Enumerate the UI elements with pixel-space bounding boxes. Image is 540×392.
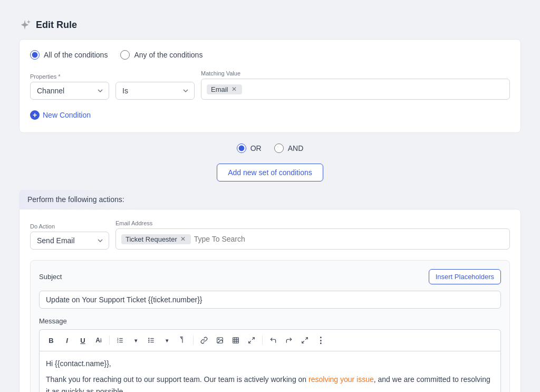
svg-line-19 <box>252 338 254 340</box>
unordered-list-group: ▾ <box>144 333 174 348</box>
svg-line-21 <box>305 338 307 340</box>
page-header: Edit Rule <box>19 19 521 31</box>
plus-icon: + <box>30 110 40 120</box>
operator-label <box>115 73 195 80</box>
ordered-list-group: 123 ▾ <box>113 333 143 348</box>
editor-area[interactable]: Hi {{contact.name}}, Thank you for reach… <box>39 351 501 392</box>
email-address-group: Email Address Ticket Requester ✕ <box>115 220 510 250</box>
new-condition-button[interactable]: + New Condition <box>30 108 91 122</box>
operator-select[interactable]: Is <box>115 82 195 100</box>
svg-text:3: 3 <box>117 341 119 343</box>
unordered-list-button[interactable] <box>144 333 159 348</box>
add-conditions-button[interactable]: Add new set of conditions <box>217 164 323 181</box>
operator-section: OR AND Add new set of conditions <box>19 144 521 181</box>
actions-section: Perform the following actions: Do Action… <box>19 190 521 392</box>
compose-header: Subject Insert Placeholders <box>39 269 501 284</box>
email-tag: Email ✕ <box>207 84 242 94</box>
matching-value-group: Matching Value Email ✕ <box>201 70 510 100</box>
paragraph-button[interactable] <box>175 333 190 348</box>
fullscreen-button[interactable] <box>297 333 312 348</box>
ul-dropdown-button[interactable]: ▾ <box>159 333 174 348</box>
subject-label: Subject <box>39 273 62 281</box>
svg-point-13 <box>218 339 219 340</box>
actions-header: Perform the following actions: <box>19 190 133 209</box>
svg-point-9 <box>148 338 149 339</box>
operator-group: Is <box>115 73 195 100</box>
italic-button[interactable]: I <box>60 333 74 348</box>
subject-input[interactable] <box>39 291 501 309</box>
underline-button[interactable]: U <box>75 333 90 348</box>
or-radio[interactable] <box>237 144 246 153</box>
expand-button[interactable] <box>244 333 259 348</box>
any-conditions-radio[interactable] <box>120 50 130 60</box>
properties-select[interactable]: Channel <box>30 82 109 100</box>
matching-value-label: Matching Value <box>201 70 510 77</box>
email-tag-close[interactable]: ✕ <box>230 85 238 93</box>
redo-button[interactable] <box>282 333 296 348</box>
undo-button[interactable] <box>266 333 281 348</box>
svg-point-10 <box>148 340 149 341</box>
email-address-input[interactable]: Ticket Requester ✕ <box>115 228 510 250</box>
and-label[interactable]: AND <box>274 144 304 153</box>
svg-rect-14 <box>233 338 239 343</box>
image-button[interactable] <box>213 333 227 348</box>
body-line2: Thank you for reaching out to our suppor… <box>46 374 494 392</box>
link-button[interactable] <box>197 333 211 348</box>
svg-point-11 <box>148 341 149 342</box>
do-action-select[interactable]: Send Email <box>30 232 109 250</box>
all-conditions-radio[interactable] <box>30 50 40 60</box>
insert-placeholders-button[interactable]: Insert Placeholders <box>429 269 501 284</box>
or-label[interactable]: OR <box>237 144 262 153</box>
resolving-link: resolving your issue <box>308 375 374 384</box>
or-and-group: OR AND <box>19 144 521 153</box>
all-conditions-label[interactable]: All of the conditions <box>30 50 108 60</box>
any-conditions-label[interactable]: Any of the conditions <box>120 50 202 60</box>
page-title: Edit Rule <box>36 20 77 31</box>
and-radio[interactable] <box>274 144 284 153</box>
editor-toolbar: B I U Ai 123 ▾ ▾ <box>39 329 501 351</box>
sparkle-icon <box>19 19 31 31</box>
matching-value-input[interactable]: Email ✕ <box>201 79 510 100</box>
svg-line-20 <box>249 341 251 343</box>
font-size-button[interactable]: Ai <box>91 333 106 348</box>
conditions-radio-group: All of the conditions Any of the conditi… <box>30 50 510 60</box>
page-container: Edit Rule All of the conditions Any of t… <box>11 11 529 392</box>
body-line1: Hi {{contact.name}}, <box>46 358 494 369</box>
email-compose-card: Subject Insert Placeholders Message B I … <box>30 260 510 392</box>
do-action-group: Do Action Send Email <box>30 223 109 250</box>
email-address-label: Email Address <box>115 220 510 226</box>
svg-line-22 <box>302 341 304 343</box>
do-action-label: Do Action <box>30 223 109 230</box>
actions-card: Do Action Send Email Email Address Ticke… <box>19 209 521 392</box>
toolbar-divider-3 <box>262 336 263 345</box>
list-dropdown-button[interactable]: ▾ <box>128 333 143 348</box>
more-options-button[interactable]: ⋮ <box>313 333 328 348</box>
condition-row: Properties * Channel Is Matching Value E… <box>30 70 510 100</box>
ordered-list-button[interactable]: 123 <box>113 333 128 348</box>
ticket-requester-tag: Ticket Requester ✕ <box>121 234 191 244</box>
ticket-requester-tag-close[interactable]: ✕ <box>179 235 187 243</box>
conditions-card: All of the conditions Any of the conditi… <box>19 39 521 133</box>
action-row: Do Action Send Email Email Address Ticke… <box>30 220 510 250</box>
email-search-input[interactable] <box>194 235 504 243</box>
toolbar-divider-2 <box>193 336 194 345</box>
table-button[interactable] <box>228 333 243 348</box>
properties-label: Properties * <box>30 73 109 80</box>
properties-group: Properties * Channel <box>30 73 109 100</box>
bold-button[interactable]: B <box>44 333 59 348</box>
toolbar-divider-1 <box>109 336 110 345</box>
message-label: Message <box>39 317 501 325</box>
